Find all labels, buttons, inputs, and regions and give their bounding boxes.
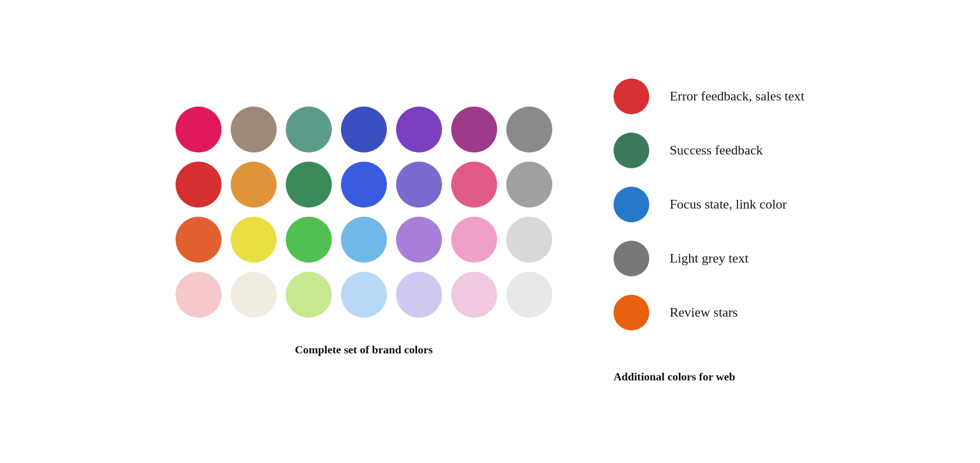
color-swatch-cream xyxy=(231,272,277,318)
left-section: Complete set of brand colors xyxy=(176,107,552,356)
legend-label-success-green: Success feedback xyxy=(670,143,763,158)
legend-list: Error feedback, sales textSuccess feedba… xyxy=(614,69,804,340)
color-swatch-pale-lavender xyxy=(396,272,442,318)
color-swatch-magenta-purple xyxy=(451,107,497,152)
legend-label-error-red: Error feedback, sales text xyxy=(670,89,804,104)
color-swatch-yellow xyxy=(231,217,277,263)
legend-circle-error-red xyxy=(614,79,649,114)
legend-circle-light-grey-swatch xyxy=(614,241,649,276)
legend-label-review-orange: Review stars xyxy=(670,305,738,320)
color-swatch-lavender xyxy=(396,217,442,263)
color-swatch-grey xyxy=(506,162,552,208)
color-swatch-teal-green xyxy=(286,107,332,152)
color-swatch-medium-grey xyxy=(506,107,552,152)
color-swatch-purple xyxy=(396,107,442,152)
color-swatch-light-green xyxy=(286,272,332,318)
right-section: Error feedback, sales textSuccess feedba… xyxy=(614,69,804,394)
legend-label-light-grey-swatch: Light grey text xyxy=(670,251,749,266)
color-swatch-light-pink xyxy=(451,217,497,263)
legend-item-error-red: Error feedback, sales text xyxy=(614,69,804,123)
color-swatch-warm-taupe xyxy=(231,107,277,152)
main-container: Complete set of brand colors Error feedb… xyxy=(0,0,980,463)
color-swatch-soft-purple xyxy=(396,162,442,208)
legend-item-success-green: Success feedback xyxy=(614,123,804,177)
color-swatch-cobalt-blue xyxy=(341,107,387,152)
color-swatch-very-light-grey xyxy=(506,272,552,318)
legend-circle-review-orange xyxy=(614,295,649,330)
color-swatch-pale-rose xyxy=(451,272,497,318)
color-swatch-forest-green xyxy=(286,162,332,208)
legend-item-review-orange: Review stars xyxy=(614,286,804,340)
color-swatch-orange xyxy=(176,217,222,263)
color-swatch-pale-blue xyxy=(341,272,387,318)
color-swatch-light-blue xyxy=(341,217,387,263)
right-title: Additional colors for web xyxy=(614,370,804,383)
color-swatch-hot-pink xyxy=(176,107,222,152)
legend-item-focus-blue: Focus state, link color xyxy=(614,177,804,232)
color-grid xyxy=(176,107,552,318)
color-swatch-pale-pink xyxy=(176,272,222,318)
color-swatch-light-grey xyxy=(506,217,552,263)
legend-circle-success-green xyxy=(614,133,649,168)
color-swatch-orange-yellow xyxy=(231,162,277,208)
color-swatch-green xyxy=(286,217,332,263)
legend-label-focus-blue: Focus state, link color xyxy=(670,197,787,212)
color-swatch-red xyxy=(176,162,222,208)
legend-circle-focus-blue xyxy=(614,187,649,222)
color-swatch-blue xyxy=(341,162,387,208)
legend-item-light-grey-swatch: Light grey text xyxy=(614,232,804,286)
grid-label: Complete set of brand colors xyxy=(295,343,433,356)
color-swatch-pink xyxy=(451,162,497,208)
